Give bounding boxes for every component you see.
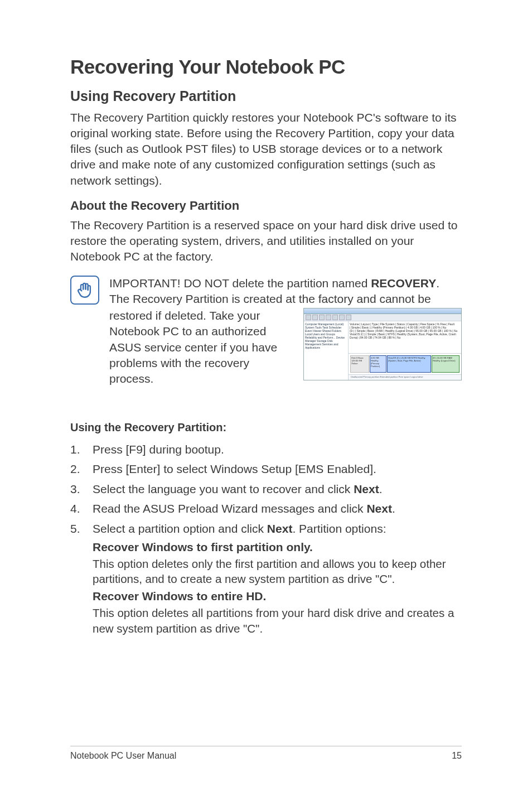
page-title: Recovering Your Notebook PC	[70, 56, 462, 78]
important-prefix: IMPORTANT! DO NOT delete the partition n…	[109, 277, 371, 290]
using-heading: Using the Recovery Partition:	[70, 421, 462, 434]
dm-graph: Disk 0 Basic 149.05 GB Online 4.00 GB He…	[349, 353, 461, 374]
important-text: IMPORTANT! DO NOT delete the partition n…	[109, 276, 462, 307]
restored-row: restored if deleted. Take your Notebook …	[70, 308, 462, 387]
section-heading: Using Recovery Partition	[70, 88, 462, 104]
step-5: Select a partition option and click Next…	[70, 520, 462, 538]
step-3: Select the language you want to recover …	[70, 480, 462, 498]
important-note: IMPORTANT! DO NOT delete the partition n…	[70, 276, 462, 307]
about-paragraph: The Recovery Partition is a reserved spa…	[70, 218, 462, 264]
page-footer: Notebook PC User Manual 15	[70, 746, 462, 761]
step-4: Read the ASUS Preload Wizard messages an…	[70, 500, 462, 518]
intro-paragraph: The Recovery Partition quickly restores …	[70, 110, 462, 189]
dm-list: Volume | Layout | Type | File System | S…	[349, 321, 461, 353]
option-1-title: Recover Windows to first partition only.	[93, 541, 462, 554]
step-2: Press [Enter] to select Windows Setup [E…	[70, 460, 462, 478]
hand-stop-icon	[70, 276, 99, 305]
disk-management-screenshot: Computer Management (Local) System Tools…	[303, 308, 462, 380]
option-1: Recover Windows to first partition only.…	[93, 541, 462, 635]
footer-left: Notebook PC User Manual	[70, 751, 176, 761]
option-2-title: Recover Windows to entire HD.	[93, 590, 462, 603]
option-2-body: This option deletes all partitions from …	[93, 605, 462, 635]
footer-page-number: 15	[452, 751, 462, 761]
dm-tree: Computer Management (Local) System Tools…	[304, 321, 349, 380]
option-1-body: This option deletes only the first parti…	[93, 556, 462, 586]
restored-text: restored if deleted. Take your Notebook …	[109, 308, 293, 387]
subheading-about: About the Recovery Partition	[70, 199, 462, 213]
important-bold: RECOVERY	[371, 277, 436, 290]
steps-list: Press [F9] during bootup. Press [Enter] …	[70, 441, 462, 538]
step-1: Press [F9] during bootup.	[70, 441, 462, 459]
